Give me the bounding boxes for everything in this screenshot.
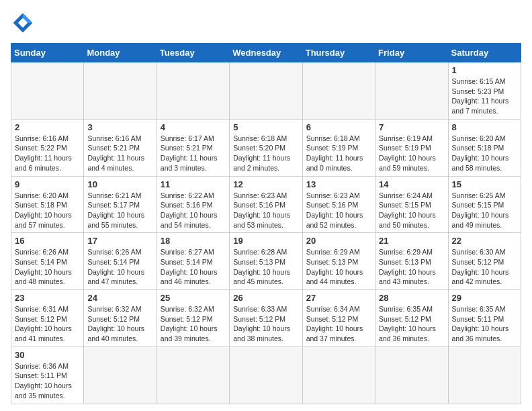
day-info: Sunrise: 6:35 AM Sunset: 5:12 PM Dayligh…: [379, 304, 444, 344]
calendar-body: 1Sunrise: 6:15 AM Sunset: 5:23 PM Daylig…: [11, 62, 521, 404]
day-info: Sunrise: 6:16 AM Sunset: 5:21 PM Dayligh…: [87, 134, 152, 173]
calendar-cell: 2Sunrise: 6:16 AM Sunset: 5:22 PM Daylig…: [11, 119, 84, 176]
day-number: 10: [87, 179, 152, 189]
day-info: Sunrise: 6:23 AM Sunset: 5:16 PM Dayligh…: [306, 191, 371, 230]
day-info: Sunrise: 6:23 AM Sunset: 5:16 PM Dayligh…: [233, 191, 298, 230]
calendar-cell: [302, 347, 375, 404]
day-info: Sunrise: 6:26 AM Sunset: 5:14 PM Dayligh…: [87, 247, 152, 287]
day-number: 11: [161, 179, 226, 189]
weekday-header: Sunday: [11, 44, 84, 62]
weekday-header: Wednesday: [230, 44, 302, 62]
calendar-cell: [375, 347, 448, 404]
calendar-cell: [302, 62, 375, 120]
calendar-cell: 14Sunrise: 6:24 AM Sunset: 5:15 PM Dayli…: [375, 176, 448, 233]
logo-icon: [11, 11, 35, 35]
weekday-header: Tuesday: [157, 44, 229, 62]
day-info: Sunrise: 6:33 AM Sunset: 5:12 PM Dayligh…: [233, 304, 298, 344]
day-number: 7: [379, 122, 444, 132]
day-number: 23: [15, 293, 80, 303]
calendar-cell: [84, 347, 157, 404]
day-number: 5: [233, 122, 298, 132]
day-number: 28: [379, 293, 444, 303]
day-number: 25: [161, 293, 226, 303]
calendar-week-row: 1Sunrise: 6:15 AM Sunset: 5:23 PM Daylig…: [11, 62, 521, 120]
day-number: 12: [233, 179, 298, 189]
calendar-cell: 5Sunrise: 6:18 AM Sunset: 5:20 PM Daylig…: [230, 119, 302, 176]
day-number: 20: [306, 236, 371, 246]
page-header: [11, 11, 521, 35]
day-info: Sunrise: 6:21 AM Sunset: 5:17 PM Dayligh…: [87, 191, 152, 230]
day-info: Sunrise: 6:20 AM Sunset: 5:18 PM Dayligh…: [15, 191, 80, 230]
day-number: 1: [452, 65, 517, 75]
day-info: Sunrise: 6:29 AM Sunset: 5:13 PM Dayligh…: [306, 247, 371, 287]
calendar-cell: 6Sunrise: 6:18 AM Sunset: 5:19 PM Daylig…: [302, 119, 375, 176]
calendar-cell: 17Sunrise: 6:26 AM Sunset: 5:14 PM Dayli…: [84, 233, 157, 290]
day-number: 30: [15, 350, 80, 360]
day-info: Sunrise: 6:18 AM Sunset: 5:20 PM Dayligh…: [233, 134, 298, 173]
calendar-cell: 16Sunrise: 6:26 AM Sunset: 5:14 PM Dayli…: [11, 233, 84, 290]
day-info: Sunrise: 6:34 AM Sunset: 5:12 PM Dayligh…: [306, 304, 371, 344]
calendar-cell: 19Sunrise: 6:28 AM Sunset: 5:13 PM Dayli…: [230, 233, 302, 290]
calendar-cell: 9Sunrise: 6:20 AM Sunset: 5:18 PM Daylig…: [11, 176, 84, 233]
calendar-header: SundayMondayTuesdayWednesdayThursdayFrid…: [11, 44, 521, 62]
day-info: Sunrise: 6:32 AM Sunset: 5:12 PM Dayligh…: [87, 304, 152, 344]
day-number: 27: [306, 293, 371, 303]
day-number: 6: [306, 122, 371, 132]
weekday-header: Monday: [84, 44, 157, 62]
calendar-cell: 12Sunrise: 6:23 AM Sunset: 5:16 PM Dayli…: [230, 176, 302, 233]
day-info: Sunrise: 6:20 AM Sunset: 5:18 PM Dayligh…: [452, 134, 517, 173]
day-info: Sunrise: 6:17 AM Sunset: 5:21 PM Dayligh…: [161, 134, 226, 173]
calendar-cell: 4Sunrise: 6:17 AM Sunset: 5:21 PM Daylig…: [157, 119, 229, 176]
day-number: 24: [87, 293, 152, 303]
day-number: 9: [15, 179, 80, 189]
day-info: Sunrise: 6:35 AM Sunset: 5:11 PM Dayligh…: [452, 304, 517, 344]
calendar-cell: 18Sunrise: 6:27 AM Sunset: 5:14 PM Dayli…: [157, 233, 229, 290]
calendar-cell: [157, 347, 229, 404]
weekday-header: Thursday: [302, 44, 375, 62]
calendar-cell: 25Sunrise: 6:32 AM Sunset: 5:12 PM Dayli…: [157, 290, 229, 347]
calendar-week-row: 23Sunrise: 6:31 AM Sunset: 5:12 PM Dayli…: [11, 290, 521, 347]
calendar-cell: [11, 62, 84, 120]
day-number: 3: [87, 122, 152, 132]
calendar-cell: [375, 62, 448, 120]
day-info: Sunrise: 6:30 AM Sunset: 5:12 PM Dayligh…: [452, 247, 517, 287]
day-info: Sunrise: 6:36 AM Sunset: 5:11 PM Dayligh…: [15, 361, 80, 401]
calendar-cell: 7Sunrise: 6:19 AM Sunset: 5:19 PM Daylig…: [375, 119, 448, 176]
calendar-week-row: 9Sunrise: 6:20 AM Sunset: 5:18 PM Daylig…: [11, 176, 521, 233]
day-info: Sunrise: 6:18 AM Sunset: 5:19 PM Dayligh…: [306, 134, 371, 173]
calendar-week-row: 16Sunrise: 6:26 AM Sunset: 5:14 PM Dayli…: [11, 233, 521, 290]
calendar-cell: 15Sunrise: 6:25 AM Sunset: 5:15 PM Dayli…: [448, 176, 521, 233]
day-info: Sunrise: 6:24 AM Sunset: 5:15 PM Dayligh…: [379, 191, 444, 230]
day-number: 19: [233, 236, 298, 246]
calendar-week-row: 30Sunrise: 6:36 AM Sunset: 5:11 PM Dayli…: [11, 347, 521, 404]
calendar-cell: 11Sunrise: 6:22 AM Sunset: 5:16 PM Dayli…: [157, 176, 229, 233]
calendar-cell: 10Sunrise: 6:21 AM Sunset: 5:17 PM Dayli…: [84, 176, 157, 233]
calendar-cell: 28Sunrise: 6:35 AM Sunset: 5:12 PM Dayli…: [375, 290, 448, 347]
day-number: 29: [452, 293, 517, 303]
calendar-cell: [448, 347, 521, 404]
day-info: Sunrise: 6:16 AM Sunset: 5:22 PM Dayligh…: [15, 134, 80, 173]
day-number: 8: [452, 122, 517, 132]
calendar-cell: [157, 62, 229, 120]
calendar-cell: 30Sunrise: 6:36 AM Sunset: 5:11 PM Dayli…: [11, 347, 84, 404]
calendar-table: SundayMondayTuesdayWednesdayThursdayFrid…: [11, 43, 521, 404]
day-info: Sunrise: 6:31 AM Sunset: 5:12 PM Dayligh…: [15, 304, 80, 344]
day-number: 13: [306, 179, 371, 189]
calendar-cell: [230, 347, 302, 404]
calendar-week-row: 2Sunrise: 6:16 AM Sunset: 5:22 PM Daylig…: [11, 119, 521, 176]
calendar-cell: 27Sunrise: 6:34 AM Sunset: 5:12 PM Dayli…: [302, 290, 375, 347]
logo: [11, 11, 38, 35]
day-number: 15: [452, 179, 517, 189]
day-info: Sunrise: 6:22 AM Sunset: 5:16 PM Dayligh…: [161, 191, 226, 230]
calendar-cell: 13Sunrise: 6:23 AM Sunset: 5:16 PM Dayli…: [302, 176, 375, 233]
calendar-cell: 29Sunrise: 6:35 AM Sunset: 5:11 PM Dayli…: [448, 290, 521, 347]
calendar-cell: 26Sunrise: 6:33 AM Sunset: 5:12 PM Dayli…: [230, 290, 302, 347]
calendar-cell: 24Sunrise: 6:32 AM Sunset: 5:12 PM Dayli…: [84, 290, 157, 347]
day-info: Sunrise: 6:27 AM Sunset: 5:14 PM Dayligh…: [161, 247, 226, 287]
day-number: 2: [15, 122, 80, 132]
calendar-cell: 23Sunrise: 6:31 AM Sunset: 5:12 PM Dayli…: [11, 290, 84, 347]
calendar-cell: 1Sunrise: 6:15 AM Sunset: 5:23 PM Daylig…: [448, 62, 521, 120]
calendar-cell: 3Sunrise: 6:16 AM Sunset: 5:21 PM Daylig…: [84, 119, 157, 176]
day-info: Sunrise: 6:32 AM Sunset: 5:12 PM Dayligh…: [161, 304, 226, 344]
day-info: Sunrise: 6:29 AM Sunset: 5:13 PM Dayligh…: [379, 247, 444, 287]
